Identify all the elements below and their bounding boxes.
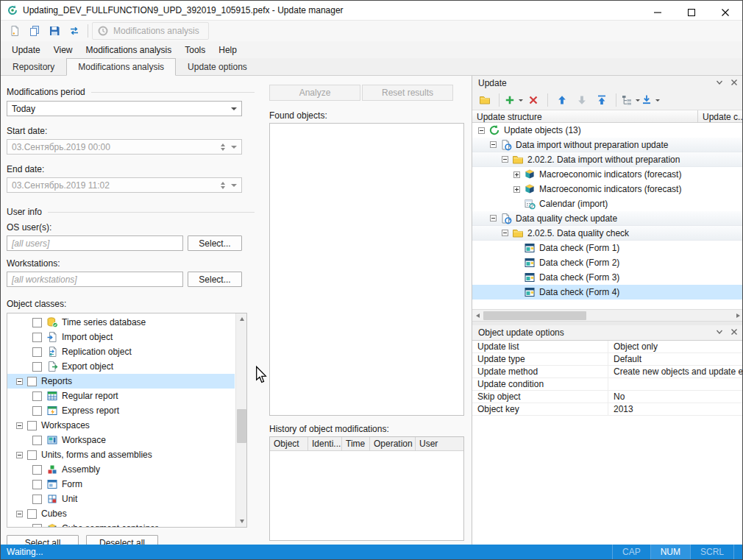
object-class-workspace[interactable]: Workspace: [7, 433, 235, 447]
checkbox[interactable]: [32, 436, 42, 445]
scroll-left-icon[interactable]: [472, 310, 483, 321]
checkbox[interactable]: [32, 495, 42, 504]
tab-repository[interactable]: Repository: [1, 58, 66, 75]
update-node-2-02-5-data-quality-check[interactable]: 2.02.5. Data quality check: [472, 226, 743, 241]
maximize-button[interactable]: [675, 1, 708, 20]
property-value[interactable]: [608, 378, 743, 390]
update-node-data-check-form-3[interactable]: Data check (Form 3): [472, 270, 743, 285]
property-value[interactable]: 2013: [608, 403, 743, 415]
checkbox[interactable]: [32, 465, 42, 475]
collapse-icon[interactable]: [490, 215, 497, 221]
object-classes-scrollbar[interactable]: [235, 313, 246, 527]
os-users-select-button[interactable]: Select...: [188, 235, 242, 251]
history-column-user[interactable]: User: [416, 437, 447, 450]
tree-view-button[interactable]: [621, 91, 640, 109]
expand-icon[interactable]: [513, 186, 520, 193]
checkbox[interactable]: [27, 377, 37, 386]
object-class-unit[interactable]: Unit: [7, 492, 235, 506]
property-value[interactable]: No: [608, 391, 743, 403]
import-update-button[interactable]: [641, 91, 660, 109]
object-class-assembly[interactable]: Assembly: [7, 462, 235, 477]
folder-button[interactable]: [475, 91, 494, 109]
tab-modifications-analysis[interactable]: Modifications analysis: [66, 58, 176, 76]
sync-button[interactable]: [65, 22, 84, 40]
collapse-icon[interactable]: [16, 511, 23, 517]
menu-view[interactable]: View: [47, 43, 79, 57]
collapse-icon[interactable]: [478, 127, 485, 134]
object-class-units-forms-and-assemblies[interactable]: Units, forms and assemblies: [7, 447, 235, 462]
add-button[interactable]: [504, 91, 523, 109]
update-node-data-import-without-preparation-update[interactable]: Data import without preparation update: [472, 138, 743, 152]
expand-icon[interactable]: [513, 171, 520, 178]
checkbox[interactable]: [32, 318, 42, 327]
column-update-structure[interactable]: Update structure: [472, 110, 698, 122]
scroll-down-icon[interactable]: [236, 516, 247, 527]
object-class-import-object[interactable]: Import object: [7, 330, 235, 344]
modifications-period-select[interactable]: Today: [7, 101, 242, 116]
save-button[interactable]: [45, 22, 64, 40]
checkbox[interactable]: [27, 509, 37, 519]
checkbox[interactable]: [32, 524, 42, 528]
move-to-top-button[interactable]: [592, 91, 611, 109]
checkbox[interactable]: [32, 480, 42, 489]
property-value[interactable]: Create new objects and update exi...: [608, 366, 743, 378]
update-node-macroeconomic-indicators-forecast[interactable]: Macroeconomic indicators (forecast): [472, 167, 743, 182]
pane-menu-icon[interactable]: [716, 328, 725, 337]
move-up-button[interactable]: [552, 91, 572, 109]
scroll-right-icon[interactable]: [733, 310, 743, 321]
copy-button[interactable]: [25, 22, 44, 40]
property-value[interactable]: Object only: [608, 341, 743, 352]
collapse-icon[interactable]: [16, 378, 23, 385]
os-users-input[interactable]: [all users]: [7, 235, 183, 251]
found-objects-list[interactable]: [269, 123, 464, 416]
collapse-icon[interactable]: [16, 452, 23, 458]
checkbox[interactable]: [27, 421, 37, 430]
workstations-input[interactable]: [all workstations]: [7, 272, 183, 287]
object-class-replication-object[interactable]: Replication object: [7, 344, 235, 359]
menu-tools[interactable]: Tools: [178, 43, 212, 57]
delete-button[interactable]: [524, 91, 543, 109]
object-class-regular-report[interactable]: Regular report: [7, 389, 235, 403]
minimize-button[interactable]: [641, 1, 675, 20]
collapse-icon[interactable]: [16, 422, 23, 429]
scrollbar-thumb[interactable]: [483, 311, 586, 320]
update-node-2-02-2-data-import-without-preparation[interactable]: 2.02.2. Data import without preparation: [472, 152, 743, 167]
collapse-icon[interactable]: [490, 141, 497, 148]
menu-modifications-analysis[interactable]: Modifications analysis: [79, 43, 179, 57]
update-node-data-check-form-1[interactable]: Data check (Form 1): [472, 241, 743, 255]
pane-menu-icon[interactable]: [716, 79, 725, 88]
checkbox[interactable]: [32, 362, 42, 372]
property-value[interactable]: Default: [608, 353, 743, 365]
checkbox[interactable]: [32, 333, 42, 342]
checkbox[interactable]: [32, 406, 42, 416]
object-class-form[interactable]: Form: [7, 477, 235, 492]
object-class-reports[interactable]: Reports: [7, 374, 235, 389]
object-class-cubes[interactable]: Cubes: [7, 506, 235, 521]
close-icon[interactable]: [730, 79, 739, 88]
update-node-data-check-form-2[interactable]: Data check (Form 2): [472, 255, 743, 270]
update-node-update-objects-13[interactable]: Update objects (13): [472, 123, 743, 138]
checkbox[interactable]: [27, 450, 37, 460]
scroll-up-icon[interactable]: [236, 313, 247, 325]
update-tree-hscrollbar[interactable]: [472, 309, 743, 321]
menu-update[interactable]: Update: [5, 43, 47, 57]
column-update-condition[interactable]: Update c...: [698, 110, 743, 122]
collapse-icon[interactable]: [502, 230, 508, 236]
checkbox[interactable]: [32, 391, 42, 401]
checkbox[interactable]: [32, 347, 42, 357]
close-button[interactable]: [708, 1, 742, 20]
close-icon[interactable]: [730, 328, 739, 337]
object-class-workspaces[interactable]: Workspaces: [7, 418, 235, 433]
update-node-calendar-import[interactable]: Calendar (import): [472, 196, 743, 211]
history-column-operation[interactable]: Operation: [370, 437, 416, 450]
update-node-macroeconomic-indicators-forecast[interactable]: Macroeconomic indicators (forecast): [472, 182, 743, 196]
new-document-button[interactable]: [5, 22, 24, 40]
object-class-cube-segment-container[interactable]: Cube segment container: [7, 521, 235, 527]
update-node-data-check-form-4[interactable]: Data check (Form 4): [472, 285, 743, 300]
object-class-export-object[interactable]: Export object: [7, 359, 235, 374]
update-node-data-quality-check-update[interactable]: Data quality check update: [472, 211, 743, 226]
workstations-select-button[interactable]: Select...: [188, 272, 242, 287]
tab-update-options[interactable]: Update options: [176, 58, 259, 75]
object-class-time-series-database[interactable]: Time series database: [7, 315, 235, 330]
scrollbar-thumb[interactable]: [237, 409, 246, 443]
